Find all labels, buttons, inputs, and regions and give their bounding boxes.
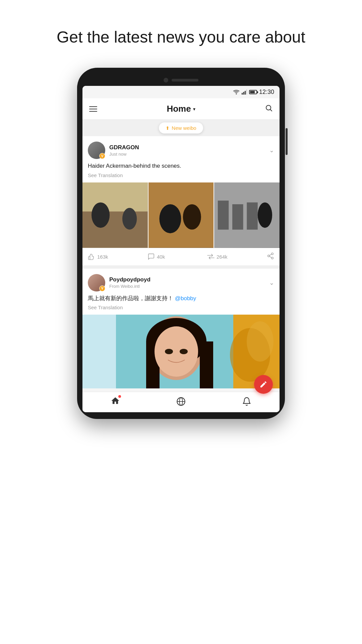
- status-bar: 12:30: [82, 86, 280, 98]
- see-translation-2[interactable]: See Translation: [88, 305, 123, 310]
- hamburger-line-3: [89, 111, 97, 112]
- discover-icon: [176, 397, 186, 406]
- svg-point-34: [165, 349, 173, 354]
- post-text-2: 馬上就有新的作品啦，謝謝支持！ @bobby: [88, 294, 274, 303]
- post-username-1[interactable]: GDRAGON: [109, 144, 265, 151]
- svg-point-13: [183, 204, 201, 230]
- svg-rect-15: [218, 201, 229, 230]
- svg-rect-32: [200, 341, 213, 388]
- action-bar-1: 163k 40k 264k: [82, 248, 280, 265]
- post-content-1: Haider Ackerman-behind the scenes. See T…: [82, 162, 280, 182]
- phone-screen: 12:30 Home ▾: [82, 86, 280, 412]
- signal-icon: [242, 90, 247, 95]
- svg-rect-11: [148, 182, 214, 248]
- post-info-2: From Weibo.intl: [109, 284, 265, 289]
- avatar-container-2[interactable]: V: [88, 274, 105, 291]
- toast-arrow-icon: ⬆: [166, 125, 170, 131]
- pencil-icon: [259, 380, 267, 388]
- like-button-1[interactable]: 163k: [88, 253, 147, 260]
- status-time: 12:30: [259, 89, 274, 96]
- status-icons: 12:30: [233, 89, 274, 96]
- post-options-1[interactable]: ⌄: [269, 147, 274, 154]
- svg-point-21: [272, 257, 274, 259]
- avatar-container-1[interactable]: V: [88, 142, 105, 159]
- verified-badge-1: V: [99, 153, 105, 159]
- bottom-nav: [82, 392, 280, 412]
- side-button: [286, 128, 288, 155]
- search-button[interactable]: [265, 104, 273, 114]
- battery-icon: [249, 90, 257, 94]
- post-options-2[interactable]: ⌄: [269, 279, 274, 286]
- verified-badge-2: V: [99, 285, 105, 291]
- hamburger-line-2: [89, 109, 97, 109]
- comment-button-1[interactable]: 40k: [147, 253, 207, 260]
- toast-pill[interactable]: ⬆ New weibo: [159, 122, 203, 133]
- svg-point-20: [268, 255, 270, 257]
- home-notification-dot: [118, 395, 121, 398]
- svg-point-9: [92, 202, 110, 228]
- verified-v-2: V: [101, 286, 104, 290]
- nav-notifications[interactable]: [242, 397, 251, 406]
- post-content-2: 馬上就有新的作品啦，謝謝支持！ @bobby See Translation: [82, 294, 280, 315]
- post-card-1: V GDRAGON Just now ⌄ Haider Ackerman-beh…: [82, 136, 280, 265]
- compose-fab[interactable]: [254, 375, 273, 394]
- svg-line-22: [269, 254, 272, 255]
- svg-point-10: [122, 208, 137, 230]
- post-text-1: Haider Ackerman-behind the scenes.: [88, 162, 274, 170]
- photo-grid-1[interactable]: [82, 182, 280, 248]
- svg-rect-26: [82, 315, 116, 388]
- bell-icon: [242, 397, 251, 406]
- svg-point-19: [272, 253, 274, 255]
- svg-point-28: [247, 321, 274, 362]
- svg-rect-3: [245, 91, 246, 95]
- repost-count-1: 264k: [217, 254, 228, 260]
- post-header-2: V Poydpoydpoyd From Weibo.intl ⌄: [82, 269, 280, 294]
- wifi-icon: [233, 90, 240, 95]
- svg-rect-16: [232, 204, 243, 230]
- photo-cell-1-3[interactable]: [214, 182, 280, 248]
- comment-count-1: 40k: [157, 254, 165, 260]
- post-header-1: V GDRAGON Just now ⌄: [82, 136, 280, 162]
- nav-home[interactable]: [111, 396, 120, 407]
- post-info-1: Just now: [109, 152, 265, 157]
- svg-line-23: [269, 256, 272, 258]
- post-image-2[interactable]: [82, 315, 280, 388]
- header-title-area[interactable]: Home ▾: [167, 104, 195, 114]
- mention-bobby[interactable]: @bobby: [175, 295, 196, 302]
- svg-point-35: [180, 349, 188, 354]
- chevron-down-icon: ▾: [193, 106, 195, 112]
- svg-rect-2: [243, 92, 244, 95]
- svg-point-33: [155, 326, 198, 377]
- see-translation-1[interactable]: See Translation: [88, 172, 123, 178]
- phone-shell: 12:30 Home ▾: [77, 68, 285, 419]
- repost-button-1[interactable]: 264k: [207, 253, 267, 260]
- photo-cell-1-1[interactable]: [82, 182, 148, 248]
- post-card-2: V Poydpoydpoyd From Weibo.intl ⌄ 馬上就有新的作…: [82, 269, 280, 389]
- hamburger-menu-button[interactable]: [89, 106, 97, 112]
- photo-cell-1-2[interactable]: [148, 182, 214, 248]
- nav-discover[interactable]: [176, 397, 186, 406]
- app-header: Home ▾: [82, 98, 280, 120]
- hamburger-line-1: [89, 106, 97, 107]
- header-title: Home: [167, 104, 191, 114]
- svg-rect-17: [247, 202, 258, 229]
- new-weibo-toast[interactable]: ⬆ New weibo: [82, 120, 280, 136]
- svg-point-12: [159, 204, 181, 233]
- phone-notch: [82, 78, 280, 86]
- svg-line-6: [270, 109, 272, 111]
- page-headline: Get the latest news you care about: [37, 0, 325, 68]
- front-camera: [164, 78, 168, 83]
- like-count-1: 163k: [97, 254, 108, 260]
- home-icon-wrapper: [111, 396, 120, 407]
- post-username-2[interactable]: Poydpoydpoyd: [109, 276, 265, 283]
- svg-point-0: [236, 94, 237, 95]
- post-meta-1: GDRAGON Just now: [109, 144, 265, 157]
- svg-rect-4: [246, 90, 247, 95]
- feed-container: ⬆ New weibo V GDRAGON: [82, 120, 280, 388]
- svg-point-18: [258, 202, 272, 228]
- svg-rect-1: [242, 93, 243, 95]
- toast-text: New weibo: [172, 125, 196, 131]
- phone-speaker: [172, 79, 198, 82]
- post-meta-2: Poydpoydpoyd From Weibo.intl: [109, 276, 265, 289]
- share-button-1[interactable]: [267, 252, 274, 261]
